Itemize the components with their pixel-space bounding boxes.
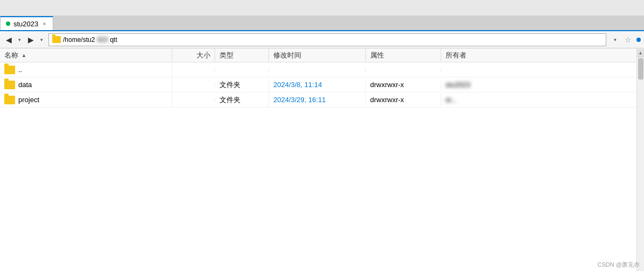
tab-stu2023[interactable]: stu2023 × <box>0 16 53 30</box>
file-name-cell: .. <box>0 63 172 76</box>
watermark: CSDN @萧见亦 <box>598 261 640 269</box>
file-type-cell: 文件夹 <box>215 93 269 107</box>
nav-forward-group: ▶ ▾ <box>24 33 45 46</box>
scrollbar-vertical[interactable]: ▲ <box>636 48 644 271</box>
table-row[interactable]: project 文件夹 2024/3/29, 16:11 drwxrwxr-x <box>0 92 636 108</box>
file-owner-blurred: st... <box>445 96 457 104</box>
tab-close-btn[interactable]: × <box>41 20 47 27</box>
back-button[interactable]: ◀ <box>2 33 15 46</box>
file-list: .. <box>0 62 636 271</box>
toolbar: ◀ ▾ ▶ ▾ /home/stu2 023 qtt ▾ ☆ <box>0 31 644 48</box>
file-name: .. <box>18 66 22 74</box>
col-header-type[interactable]: 类型 <box>215 48 269 62</box>
file-attr-cell: drwxrwxr-x <box>366 79 441 91</box>
blue-indicator <box>636 38 641 42</box>
file-owner-cell <box>441 68 636 72</box>
file-name: project <box>18 96 39 104</box>
scrollbar-thumb[interactable] <box>638 58 643 80</box>
address-dropdown-btn[interactable]: ▾ <box>610 33 620 46</box>
file-attr-cell: drwxrwxr-x <box>366 94 441 106</box>
file-type-cell <box>215 68 269 72</box>
folder-icon-address <box>52 36 61 43</box>
tab-dot-green <box>6 22 10 26</box>
file-type-cell: 文件夹 <box>215 78 269 92</box>
top-bar <box>0 0 644 16</box>
table-row[interactable]: data 文件夹 2024/3/8, 11:14 drwxrwxr-x <box>0 77 636 92</box>
file-size-cell <box>172 98 215 102</box>
column-headers: 名称 ▲ 大小 类型 修改时间 属性 <box>0 48 636 62</box>
table-row[interactable]: .. <box>0 62 636 77</box>
empty-space <box>0 108 636 215</box>
col-header-owner[interactable]: 所有者 <box>441 48 636 62</box>
file-owner-blurred: stu2023 <box>445 81 470 89</box>
bookmark-button[interactable]: ☆ <box>621 33 634 46</box>
tab-bar: stu2023 × <box>0 16 644 31</box>
content-area: 名称 ▲ 大小 类型 修改时间 属性 <box>0 48 644 271</box>
folder-icon <box>4 66 15 74</box>
file-name: data <box>18 81 32 89</box>
file-size-cell <box>172 68 215 72</box>
file-area: 名称 ▲ 大小 类型 修改时间 属性 <box>0 48 636 271</box>
file-modified-cell <box>269 68 366 72</box>
forward-dropdown[interactable]: ▾ <box>38 33 45 46</box>
file-size-cell <box>172 83 215 87</box>
address-path-blurred: 023 <box>97 36 108 44</box>
toolbar-right: ☆ <box>621 33 642 46</box>
col-header-name[interactable]: 名称 ▲ <box>0 48 172 62</box>
folder-icon <box>4 96 15 104</box>
folder-icon <box>4 81 15 89</box>
main-content: ◀ ▾ ▶ ▾ /home/stu2 023 qtt ▾ ☆ <box>0 31 644 271</box>
file-owner-cell: st... <box>441 94 636 106</box>
file-attr-cell <box>366 68 441 72</box>
col-header-attributes[interactable]: 属性 <box>366 48 441 62</box>
col-header-size[interactable]: 大小 <box>172 48 215 62</box>
address-path: /home/stu2 <box>63 36 95 44</box>
file-owner-cell: stu2023 <box>441 79 636 91</box>
file-modified-cell: 2024/3/29, 16:11 <box>269 94 366 106</box>
file-manager-window: stu2023 × ◀ ▾ ▶ ▾ /home/stu2 023 qtt <box>0 0 644 271</box>
back-dropdown[interactable]: ▾ <box>16 33 23 46</box>
address-bar[interactable]: /home/stu2 023 qtt <box>48 33 606 46</box>
col-header-modified[interactable]: 修改时间 <box>269 48 366 62</box>
scroll-top-btn[interactable]: ▲ <box>637 49 645 57</box>
tab-label: stu2023 <box>13 20 38 28</box>
sort-arrow-name: ▲ <box>22 53 26 58</box>
file-modified-cell: 2024/3/8, 11:14 <box>269 79 366 91</box>
file-name-cell: project <box>0 94 172 106</box>
address-path-suffix: qtt <box>110 36 117 44</box>
nav-back-group: ◀ ▾ <box>2 33 23 46</box>
file-name-cell: data <box>0 79 172 91</box>
forward-button[interactable]: ▶ <box>24 33 37 46</box>
